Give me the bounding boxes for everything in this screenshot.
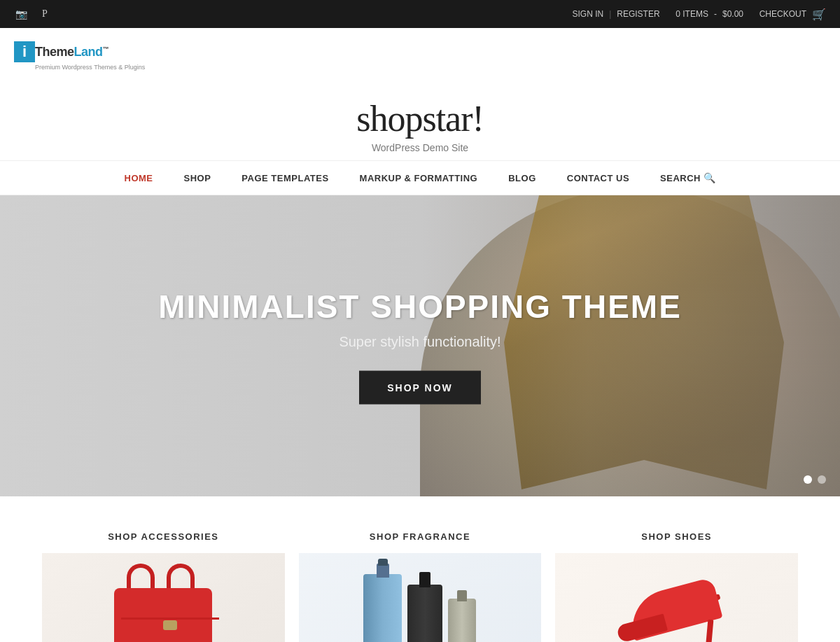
bottle-large — [363, 574, 402, 642]
slider-dot-1[interactable] — [804, 475, 812, 484]
hero-content: MINIMALIST SHOPPING THEME Super stylish … — [0, 288, 840, 405]
logo-tagline: Premium Wordpress Themes & Plugins — [35, 64, 145, 71]
search-label: SEARCH — [660, 173, 701, 183]
site-title: shopstar! — [0, 98, 840, 139]
hero-slider: MINIMALIST SHOPPING THEME Super stylish … — [0, 195, 840, 496]
category-label-fragrance: SHOP FRAGRANCE — [370, 531, 470, 542]
top-bar: 📷 P SIGN IN | REGISTER 0 ITEMS - $0.00 C… — [0, 0, 840, 28]
register-link[interactable]: REGISTER — [617, 9, 659, 19]
category-shoes: SHOP SHOES — [555, 531, 798, 642]
high-heel-illustration — [614, 557, 740, 642]
categories-grid: SHOP ACCESSORIES SHOP FRAGRANCE — [42, 531, 798, 642]
instagram-icon[interactable]: 📷 — [14, 7, 28, 21]
logo[interactable]: i ThemeLand™ — [14, 41, 108, 62]
category-image-fragrance[interactable] — [299, 553, 542, 642]
hero-background: MINIMALIST SHOPPING THEME Super stylish … — [0, 195, 840, 496]
bottle-small — [448, 599, 476, 642]
category-fragrance: SHOP FRAGRANCE — [299, 531, 542, 642]
cart-icon[interactable]: 🛒 — [812, 8, 826, 21]
shoe-heel — [704, 620, 713, 642]
search-icon: 🔍 — [704, 172, 716, 183]
site-header: shopstar! WordPress Demo Site — [0, 84, 840, 160]
nav-item-markup-formatting[interactable]: MARKUP & FORMATTING — [344, 160, 493, 195]
nav-item-shop[interactable]: SHOP — [169, 160, 227, 195]
hero-subtitle: Super stylish functionality! — [0, 334, 840, 350]
handbag-illustration — [107, 560, 219, 642]
category-image-shoes[interactable] — [555, 553, 798, 642]
cart-separator: - — [714, 9, 717, 19]
handbag-clasp — [163, 620, 177, 630]
hero-title: MINIMALIST SHOPPING THEME — [0, 288, 840, 326]
handbag-body — [114, 588, 212, 642]
slider-dot-2[interactable] — [818, 475, 826, 484]
pinterest-icon[interactable]: P — [38, 7, 52, 21]
category-label-shoes: SHOP SHOES — [641, 531, 712, 542]
sign-in-link[interactable]: SIGN IN — [572, 9, 603, 19]
main-nav: HOME SHOP PAGE TEMPLATES MARKUP & FORMAT… — [0, 160, 840, 195]
social-icons: 📷 P — [14, 7, 52, 21]
cart-total: $0.00 — [722, 9, 743, 19]
separator: | — [609, 9, 611, 19]
cart-items-count: 0 ITEMS — [676, 9, 708, 19]
checkout-link[interactable]: CHECKOUT — [760, 9, 806, 19]
account-cart-area: SIGN IN | REGISTER 0 ITEMS - $0.00 CHECK… — [572, 8, 826, 21]
hero-cta-button[interactable]: SHOP NOW — [359, 371, 481, 405]
nav-item-contact-us[interactable]: CONTACT US — [552, 160, 645, 195]
logo-area: i ThemeLand™ Premium Wordpress Themes & … — [0, 28, 840, 84]
category-label-accessories: SHOP ACCESSORIES — [108, 531, 218, 542]
nav-item-page-templates[interactable]: PAGE TEMPLATES — [226, 160, 344, 195]
nav-item-home[interactable]: HOME — [109, 160, 169, 195]
category-image-accessories[interactable] — [42, 553, 285, 642]
nav-item-blog[interactable]: BLOG — [493, 160, 552, 195]
handle-right — [167, 564, 195, 592]
bottle-medium — [407, 585, 442, 642]
strap-detail — [121, 617, 219, 620]
category-accessories: SHOP ACCESSORIES — [42, 531, 285, 642]
logo-text: ThemeLand™ — [35, 45, 108, 60]
nav-item-search[interactable]: SEARCH 🔍 — [645, 160, 731, 195]
slider-dots — [804, 475, 826, 484]
logo-i-box: i — [14, 41, 35, 62]
handle-left — [127, 564, 155, 592]
site-subtitle: WordPress Demo Site — [0, 142, 840, 153]
shop-categories: SHOP ACCESSORIES SHOP FRAGRANCE — [0, 496, 840, 642]
